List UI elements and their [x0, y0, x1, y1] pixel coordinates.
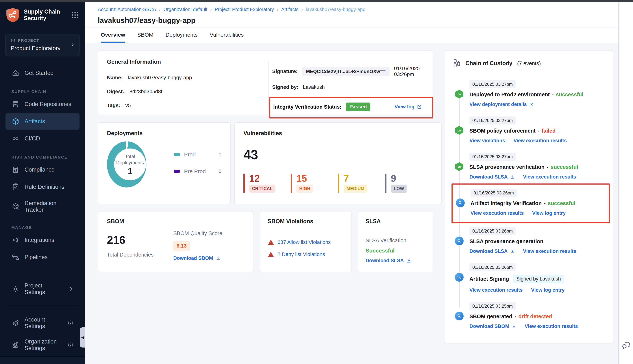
scan-event-icon: [455, 236, 464, 245]
sbom-quality-score-value: 6.13: [173, 241, 190, 251]
event-timestamp: 01/16/2025 03:26pm: [470, 189, 517, 197]
window-top-strip: [0, 0, 633, 2]
tab-sbom[interactable]: SBOM: [137, 32, 153, 43]
section-heading-manage: MANAGE: [11, 225, 85, 230]
supply-chain-security-logo-icon: [6, 7, 20, 23]
right-rail: [618, 0, 633, 364]
card-title: General Information: [107, 58, 268, 65]
view-deployment-details-link[interactable]: View deployment details: [470, 102, 534, 107]
sidebar-item-cicd[interactable]: CI/CD: [6, 130, 80, 147]
code-repositories-icon: [11, 100, 20, 108]
sidebar-item-label: Account Settings: [24, 316, 63, 330]
breadcrumb-project[interactable]: Project: Product Exploratory: [215, 6, 274, 12]
deny-list-violations-link[interactable]: 2 Deny list Violations: [278, 252, 325, 257]
sidebar-item-label: Code Repositories: [24, 101, 71, 108]
sidebar-item-project-settings[interactable]: Project Settings: [6, 278, 80, 300]
breadcrumb-separator: ›: [302, 7, 303, 12]
breadcrumb-account[interactable]: Account: Automation-SSCA: [98, 6, 156, 12]
sidebar-item-label: Compliance: [24, 166, 54, 173]
card-title: SBOM Violations: [268, 218, 344, 225]
view-execution-results-link[interactable]: View execution results: [523, 248, 576, 254]
scan-event-icon: [456, 198, 465, 207]
download-sbom-link[interactable]: Download SBOM: [470, 324, 516, 329]
breadcrumb: Account: Automation-SSCA › Organization:…: [98, 6, 618, 12]
svg-text:!: !: [270, 254, 271, 257]
sidebar-item-compliance[interactable]: Compliance: [6, 162, 80, 178]
tab-deployments[interactable]: Deployments: [166, 32, 198, 43]
sidebar-item-remediation-tracker[interactable]: Remediation Tracker: [6, 196, 80, 217]
sidebar-item-account-settings[interactable]: Account Settings: [6, 312, 80, 334]
view-execution-results-link[interactable]: View execution results: [514, 138, 567, 144]
tab-overview[interactable]: Overview: [101, 32, 125, 43]
deployments-card: Deployments Total Deployments 1: [98, 122, 230, 204]
download-icon: [512, 324, 516, 329]
sidebar-item-label: Artifacts: [24, 118, 45, 125]
digest-value: 8d23bd3b5d8f: [130, 88, 162, 94]
sidebar-collapse-handle[interactable]: ◀: [80, 328, 85, 348]
section-heading-supply-chain: SUPPLY CHAIN: [11, 89, 85, 94]
artifacts-icon: [11, 117, 20, 126]
view-execution-results-link[interactable]: View execution results: [470, 287, 523, 293]
breadcrumb-organization[interactable]: Organization: default: [164, 6, 207, 12]
severity-critical: 12 CRITICAL: [244, 174, 291, 192]
sidebar-item-pipelines[interactable]: Pipelines: [6, 249, 80, 266]
event-status: successful: [551, 164, 578, 170]
severity-high: 15 HIGH: [291, 174, 338, 192]
view-log-entry-link[interactable]: View log entry: [532, 210, 566, 216]
sidebar-item-rule-definitions[interactable]: Rule Definitions: [6, 179, 80, 195]
tags-value: v5: [126, 102, 131, 108]
panel-title: Chain of Custody: [466, 60, 512, 67]
coc-event-sbom-policy-enforcement: ∞ 01/16/2025 03:27pm SBOM policy enforce…: [452, 116, 605, 144]
info-icon[interactable]: [68, 342, 74, 348]
coc-event-sbom-generated: 01/16/2025 03:25pm SBOM generated - drif…: [452, 302, 605, 329]
sidebar-item-get-started[interactable]: Get Started: [6, 65, 80, 81]
download-slsa-link[interactable]: Download SLSA: [366, 258, 426, 264]
chat-support-icon[interactable]: [622, 340, 631, 350]
event-timestamp: 01/16/2025 03:26pm: [470, 227, 516, 235]
view-violations-link[interactable]: View violations: [470, 138, 505, 144]
events-count: (7 events): [517, 60, 541, 66]
view-log-entry-link[interactable]: View log entry: [531, 287, 565, 293]
sidebar-item-label: Project Settings: [24, 282, 63, 296]
deny-list-violations-row: ! 2 Deny list Violations: [268, 252, 344, 257]
breadcrumb-artifacts[interactable]: Artifacts: [281, 6, 298, 12]
svg-text:!: !: [270, 242, 271, 244]
breadcrumb-current[interactable]: lavakush07/easy-buggy-app: [306, 6, 366, 12]
gear-icon: [11, 285, 20, 293]
tab-vulnerabilities[interactable]: Vulnerabilities: [210, 32, 244, 43]
slsa-verification-label: SLSA Verification: [366, 238, 426, 244]
integrations-icon: [11, 236, 20, 244]
pipelines-icon: [11, 253, 20, 262]
view-execution-results-link[interactable]: View execution results: [470, 210, 524, 216]
severity-low: 9 LOW: [385, 174, 432, 192]
download-slsa-link[interactable]: Download SLSA: [470, 174, 515, 180]
view-execution-results-link[interactable]: View execution results: [523, 174, 576, 180]
event-status: successful: [556, 92, 583, 98]
view-log-link[interactable]: View log: [394, 104, 422, 110]
sidebar-item-code-repositories[interactable]: Code Repositories: [6, 96, 80, 112]
pipeline-event-icon: ∞: [455, 90, 464, 98]
event-timestamp: 01/16/2025 03:25pm: [470, 302, 516, 310]
allow-list-violations-link[interactable]: 637 Allow list Violations: [278, 239, 331, 245]
app-switcher-grid-icon[interactable]: [71, 11, 79, 19]
event-timestamp: 01/16/2025 03:27pm: [470, 116, 516, 124]
card-title: Deployments: [107, 130, 222, 136]
sidebar-item-artifacts[interactable]: Artifacts: [6, 113, 80, 130]
chevron-right-icon: [70, 42, 75, 48]
sidebar-item-integrations[interactable]: Integrations: [6, 232, 80, 248]
signed-by-value: Lavakush: [303, 84, 325, 90]
sidebar-item-organization-settings[interactable]: Organization Settings: [6, 334, 80, 356]
coc-event-artifact-integrity-verification: 01/16/2025 03:26pm Artifact Integrity Ve…: [452, 184, 610, 224]
slsa-card: SLSA SLSA Verification Successful Downlo…: [358, 211, 433, 272]
card-title: SBOM: [107, 218, 245, 225]
download-sbom-link[interactable]: Download SBOM: [173, 256, 222, 261]
info-icon[interactable]: [68, 320, 74, 326]
chevron-right-icon: [68, 286, 74, 292]
view-execution-results-link[interactable]: View execution results: [525, 324, 578, 329]
project-selector[interactable]: PROJECT Product Exploratory: [6, 34, 80, 56]
download-icon: [510, 249, 515, 254]
external-link-icon: [529, 102, 534, 107]
sidebar-item-label: Remediation Tracker: [24, 200, 74, 213]
download-slsa-link[interactable]: Download SLSA: [470, 248, 515, 254]
main-area: Account: Automation-SSCA › Organization:…: [85, 0, 618, 364]
